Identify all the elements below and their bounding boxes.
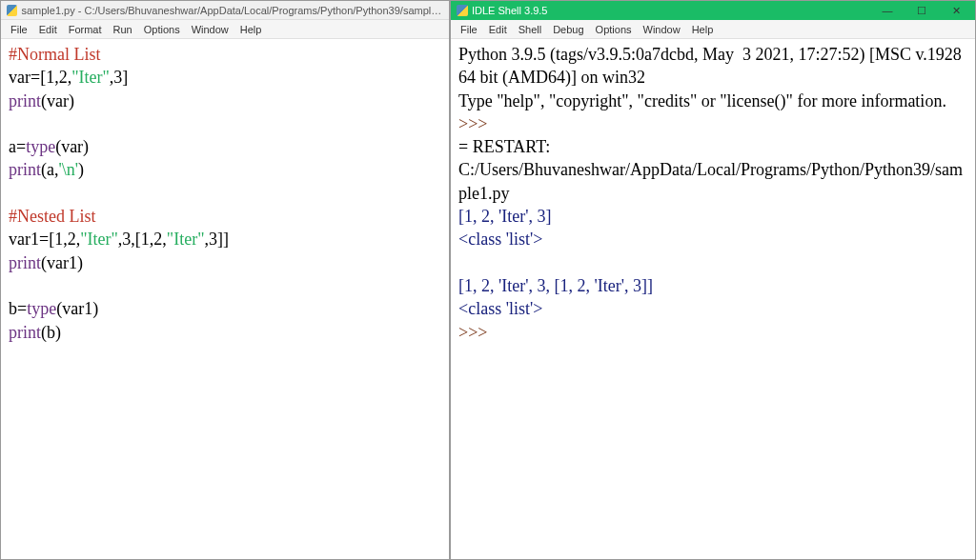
menu-help[interactable]: Help: [686, 24, 720, 35]
menu-options[interactable]: Options: [138, 24, 186, 35]
menu-help[interactable]: Help: [234, 24, 268, 35]
menu-debug[interactable]: Debug: [547, 24, 589, 35]
editor-menubar: File Edit Format Run Options Window Help: [1, 20, 449, 39]
python-icon: [457, 5, 468, 16]
menu-window[interactable]: Window: [638, 24, 686, 35]
menu-shell[interactable]: Shell: [513, 24, 547, 35]
menu-edit[interactable]: Edit: [33, 24, 63, 35]
shell-output: [1, 2, 'Iter', 3, [1, 2, 'Iter', 3]]: [458, 276, 653, 295]
code-comment: #Normal List: [9, 45, 101, 64]
menu-run[interactable]: Run: [108, 24, 138, 35]
menu-file[interactable]: File: [5, 24, 33, 35]
editor-title: sample1.py - C:/Users/Bhuvaneshwar/AppDa…: [21, 5, 443, 16]
shell-prompt: >>>: [458, 114, 487, 133]
code-text: var=[: [9, 68, 46, 87]
menu-edit[interactable]: Edit: [483, 24, 513, 35]
shell-prompt: >>>: [458, 323, 487, 342]
editor-content[interactable]: #Normal List var=[1,2,"Iter",3] print(va…: [1, 39, 449, 559]
shell-window: IDLE Shell 3.9.5 — ☐ ✕ File Edit Shell D…: [450, 0, 976, 560]
python-icon: [7, 5, 17, 16]
maximize-button[interactable]: ☐: [908, 2, 935, 19]
shell-banner: Type "help", "copyright", "credits" or "…: [458, 91, 946, 110]
shell-output: <class 'list'>: [458, 230, 542, 249]
shell-menubar: File Edit Shell Debug Options Window Hel…: [451, 20, 975, 39]
menu-window[interactable]: Window: [186, 24, 234, 35]
window-controls: — ☐ ✕: [874, 2, 969, 19]
close-button[interactable]: ✕: [943, 2, 969, 19]
shell-content[interactable]: Python 3.9.5 (tags/v3.9.5:0a7dcbd, May 3…: [451, 39, 975, 559]
menu-file[interactable]: File: [455, 24, 483, 35]
menu-format[interactable]: Format: [63, 24, 108, 35]
editor-window: sample1.py - C:/Users/Bhuvaneshwar/AppDa…: [0, 0, 450, 560]
shell-restart: = RESTART: C:/Users/Bhuvaneshwar/AppData…: [458, 137, 963, 203]
shell-output: <class 'list'>: [458, 299, 542, 318]
menu-options[interactable]: Options: [590, 24, 638, 35]
shell-titlebar[interactable]: IDLE Shell 3.9.5 — ☐ ✕: [451, 1, 975, 20]
code-builtin: print: [9, 91, 41, 110]
shell-banner: Python 3.9.5 (tags/v3.9.5:0a7dcbd, May 3…: [458, 45, 966, 87]
shell-output: [1, 2, 'Iter', 3]: [458, 207, 551, 226]
minimize-button[interactable]: —: [874, 2, 901, 19]
shell-title: IDLE Shell 3.9.5: [472, 5, 548, 16]
editor-titlebar[interactable]: sample1.py - C:/Users/Bhuvaneshwar/AppDa…: [1, 1, 449, 20]
